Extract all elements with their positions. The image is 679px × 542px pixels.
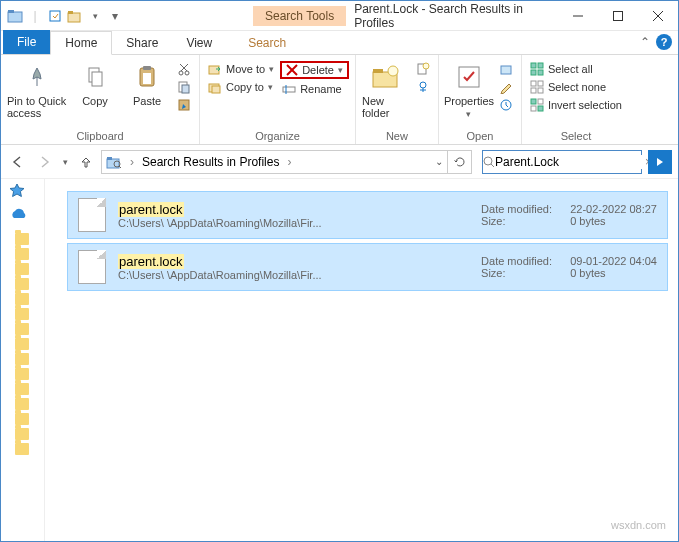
collapse-ribbon-icon[interactable]: ⌃ — [640, 35, 650, 49]
open-button[interactable] — [497, 61, 515, 77]
tab-share[interactable]: Share — [112, 32, 172, 54]
context-tab-search-tools[interactable]: Search Tools — [253, 6, 346, 26]
group-clipboard: Pin to Quick access Copy Paste Clipboard — [1, 55, 200, 144]
tree-folder-icon[interactable] — [15, 443, 29, 455]
easy-access-button[interactable] — [414, 79, 432, 95]
tree-folder-icon[interactable] — [15, 248, 29, 260]
svg-point-34 — [420, 82, 426, 88]
nav-forward-button[interactable] — [33, 151, 55, 173]
svg-rect-46 — [531, 99, 536, 104]
file-name: parent.lock — [118, 254, 469, 269]
history-button[interactable] — [497, 97, 515, 113]
tree-folder-icon[interactable] — [15, 338, 29, 350]
tree-folder-icon[interactable] — [15, 278, 29, 290]
svg-rect-27 — [283, 87, 295, 92]
search-box[interactable]: × — [482, 150, 642, 174]
dropdown-icon: ▾ — [268, 82, 273, 92]
pin-to-quick-access-button[interactable]: Pin to Quick access — [7, 61, 67, 119]
search-go-button[interactable] — [648, 150, 672, 174]
tree-folder-icon[interactable] — [15, 368, 29, 380]
tree-folder-icon[interactable] — [15, 398, 29, 410]
window-title: Parent.Lock - Search Results in Profiles — [346, 2, 558, 30]
title-bar: | ▾ ▾ Search Tools Parent.Lock - Search … — [1, 1, 678, 31]
copy-button[interactable]: Copy — [71, 61, 119, 107]
tree-folder-icon[interactable] — [15, 233, 29, 245]
history-icon — [499, 98, 513, 112]
svg-rect-2 — [50, 11, 60, 21]
breadcrumb-chevron-icon[interactable]: › — [283, 155, 295, 169]
svg-rect-48 — [531, 106, 536, 111]
group-label-open: Open — [445, 128, 515, 144]
qat-dropdown-icon[interactable]: ▾ — [87, 8, 103, 24]
maximize-button[interactable] — [598, 1, 638, 31]
breadcrumb-chevron-icon[interactable]: › — [126, 155, 138, 169]
svg-point-16 — [185, 71, 189, 75]
qat-properties-icon[interactable] — [47, 8, 63, 24]
easy-access-icon — [416, 80, 430, 94]
svg-rect-40 — [531, 70, 536, 75]
tree-folder-icon[interactable] — [15, 428, 29, 440]
svg-rect-43 — [538, 81, 543, 86]
window-controls — [558, 1, 678, 31]
new-folder-button[interactable]: New folder — [362, 61, 410, 119]
tree-folder-icon[interactable] — [15, 353, 29, 365]
copy-to-button[interactable]: Copy to ▾ — [206, 79, 276, 95]
address-bar[interactable]: › Search Results in Profiles › ⌄ — [101, 150, 448, 174]
tree-folder-icon[interactable] — [15, 293, 29, 305]
svg-line-55 — [491, 164, 494, 167]
result-item[interactable]: parent.lock C:\Users\ \AppData\Roaming\M… — [67, 243, 668, 291]
delete-button[interactable]: Delete ▾ — [280, 61, 349, 79]
onedrive-icon[interactable] — [9, 208, 44, 220]
svg-point-33 — [423, 63, 429, 69]
svg-rect-45 — [538, 88, 543, 93]
file-meta: Date modified: 22-02-2022 08:27 Size: 0 … — [481, 203, 657, 227]
svg-rect-49 — [538, 106, 543, 111]
select-all-button[interactable]: Select all — [528, 61, 624, 77]
svg-point-54 — [484, 157, 492, 165]
svg-rect-30 — [373, 69, 383, 73]
cut-button[interactable] — [175, 61, 193, 77]
nav-recent-dropdown[interactable]: ▾ — [59, 151, 71, 173]
qat-customize-icon[interactable]: ▾ — [107, 8, 123, 24]
new-folder-icon — [370, 61, 402, 93]
invert-selection-button[interactable]: Invert selection — [528, 97, 624, 113]
tab-home[interactable]: Home — [50, 31, 112, 55]
pin-label: Pin to Quick access — [7, 95, 67, 119]
close-button[interactable] — [638, 1, 678, 31]
paste-shortcut-button[interactable] — [175, 97, 193, 113]
tab-search[interactable]: Search — [234, 32, 300, 54]
open-icon — [499, 62, 513, 76]
address-dropdown-icon[interactable]: ⌄ — [435, 156, 443, 167]
tree-folder-icon[interactable] — [15, 383, 29, 395]
paste-button[interactable]: Paste — [123, 61, 171, 107]
refresh-button[interactable] — [448, 150, 472, 174]
select-none-button[interactable]: Select none — [528, 79, 624, 95]
tree-folder-icon[interactable] — [15, 263, 29, 275]
breadcrumb-item[interactable]: Search Results in Profiles — [142, 155, 279, 169]
new-item-button[interactable] — [414, 61, 432, 77]
tab-view[interactable]: View — [172, 32, 226, 54]
help-icon[interactable]: ? — [656, 34, 672, 50]
rename-button[interactable]: Rename — [280, 81, 349, 97]
properties-button[interactable]: Properties ▾ — [445, 61, 493, 119]
search-input[interactable] — [495, 155, 645, 169]
tree-folder-icon[interactable] — [15, 308, 29, 320]
nav-back-button[interactable] — [7, 151, 29, 173]
svg-rect-44 — [531, 88, 536, 93]
quick-access-star-icon[interactable] — [9, 183, 44, 199]
qat-newfolder-icon[interactable] — [67, 8, 83, 24]
svg-rect-38 — [531, 63, 536, 68]
minimize-button[interactable] — [558, 1, 598, 31]
tree-folder-icon[interactable] — [15, 323, 29, 335]
move-to-button[interactable]: Move to ▾ — [206, 61, 276, 77]
tree-folder-icon[interactable] — [15, 413, 29, 425]
nav-pane[interactable] — [1, 179, 45, 541]
copy-label: Copy — [82, 95, 108, 107]
nav-bar: ▾ › Search Results in Profiles › ⌄ × — [1, 145, 678, 179]
copy-path-button[interactable] — [175, 79, 193, 95]
group-label-clipboard: Clipboard — [7, 128, 193, 144]
result-item[interactable]: parent.lock C:\Users\ \AppData\Roaming\M… — [67, 191, 668, 239]
edit-button[interactable] — [497, 79, 515, 95]
tab-file[interactable]: File — [3, 30, 50, 54]
nav-up-button[interactable] — [75, 151, 97, 173]
